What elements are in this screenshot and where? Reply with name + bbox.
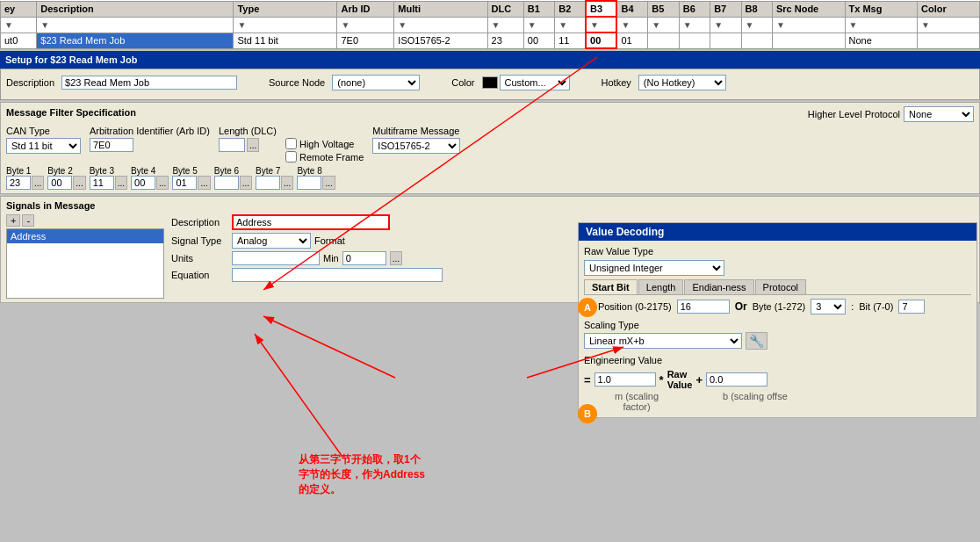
can-type-select[interactable]: Std 11 bit — [6, 138, 81, 154]
filter-b8[interactable]: ▼ — [741, 17, 772, 33]
byte7-label: Byte 7 — [256, 166, 280, 176]
hlp-select[interactable]: None — [904, 106, 974, 122]
col-txmsg: Tx Msg — [845, 1, 918, 17]
tab-endian-ness[interactable]: Endian-ness — [684, 279, 753, 294]
length-ellipsis-btn[interactable]: ... — [247, 138, 259, 152]
filter-b7[interactable]: ▼ — [710, 17, 741, 33]
byte4-input[interactable] — [131, 176, 155, 190]
plus-sign: + — [695, 373, 703, 387]
filter-b2[interactable]: ▼ — [555, 17, 586, 33]
byte2-ellipsis[interactable]: ... — [73, 176, 85, 190]
byte2-input[interactable] — [47, 176, 72, 190]
scaling-type-select[interactable]: Linear mX+b — [584, 333, 742, 349]
arb-id-input[interactable] — [90, 138, 133, 152]
filter-b1[interactable]: ▼ — [523, 17, 554, 33]
filter-b4[interactable]: ▼ — [616, 17, 647, 33]
filter-color[interactable]: ▼ — [918, 17, 980, 33]
col-type: Type — [234, 1, 337, 17]
filter-icon-b4: ▼ — [621, 20, 630, 30]
eq-m-label: m (scaling factor) — [602, 391, 672, 412]
byte5-ellipsis[interactable]: ... — [198, 176, 210, 190]
high-voltage-label[interactable]: High Voltage — [285, 138, 364, 149]
tab-length[interactable]: Length — [638, 279, 684, 294]
tab-protocol[interactable]: Protocol — [755, 279, 806, 294]
filter-icon-b2: ▼ — [558, 20, 567, 30]
color-select[interactable]: Custom... — [500, 75, 570, 90]
signal-desc-label: Description — [171, 217, 228, 228]
scaling-type-label: Scaling Type — [584, 320, 971, 330]
byte-select[interactable]: 3 — [811, 299, 846, 314]
byte1-input[interactable] — [6, 176, 31, 190]
description-input[interactable] — [61, 76, 237, 90]
byte8-label: Byte 8 — [297, 166, 321, 176]
raw-value-type-select[interactable]: Unsigned Integer — [584, 260, 724, 276]
filter-ey[interactable]: ▼ — [1, 17, 37, 33]
tab-start-bit[interactable]: Start Bit — [584, 279, 638, 294]
scaling-icon-btn[interactable]: 🔧 — [746, 332, 767, 350]
signal-type-select[interactable]: Analog — [232, 233, 311, 249]
remote-frame-label[interactable]: Remote Frame — [285, 151, 364, 163]
filter-icon-color: ▼ — [921, 20, 930, 30]
cell-dlc: 23 — [487, 33, 523, 48]
color-swatch — [482, 76, 498, 89]
byte8-ellipsis[interactable]: ... — [322, 176, 335, 190]
byte3-ellipsis[interactable]: ... — [115, 176, 127, 190]
col-ey: ey — [1, 1, 37, 17]
filter-icon-b3: ▼ — [590, 20, 599, 30]
signal-desc-input[interactable] — [232, 214, 390, 230]
eq-m-input[interactable] — [594, 372, 656, 387]
signal-list-item[interactable]: Address — [7, 229, 163, 243]
cell-srcnode — [772, 33, 845, 48]
byte6-ellipsis[interactable]: ... — [240, 176, 252, 190]
filter-b3[interactable]: ▼ — [586, 17, 616, 33]
filter-multi[interactable]: ▼ — [394, 17, 487, 33]
byte4-ellipsis[interactable]: ... — [156, 176, 169, 190]
bit-position-input[interactable] — [677, 300, 730, 314]
units-input[interactable] — [232, 251, 320, 265]
filter-b6[interactable]: ▼ — [679, 17, 710, 33]
byte6-label: Byte 6 — [214, 166, 239, 176]
filter-srcnode[interactable]: ▼ — [772, 17, 845, 33]
hotkey-label: Hotkey — [602, 77, 631, 88]
byte5-input[interactable] — [172, 176, 197, 190]
remove-signal-button[interactable]: - — [22, 214, 34, 227]
byte3-input[interactable] — [90, 176, 114, 190]
col-b8: B8 — [741, 1, 772, 17]
byte7-ellipsis[interactable]: ... — [281, 176, 293, 190]
eq-b-input[interactable] — [706, 372, 767, 387]
filter-txmsg[interactable]: ▼ — [845, 17, 918, 33]
table-row[interactable]: ut0 $23 Read Mem Job Std 11 bit 7E0 ISO1… — [1, 33, 980, 48]
high-voltage-checkbox[interactable] — [285, 138, 297, 149]
byte6-input[interactable] — [214, 176, 239, 190]
filter-icon-multi: ▼ — [398, 20, 407, 30]
length-input[interactable] — [219, 138, 245, 152]
min-input[interactable] — [342, 251, 386, 265]
byte7-input[interactable] — [256, 176, 280, 190]
equation-input[interactable] — [232, 268, 443, 282]
byte8-input[interactable] — [297, 176, 321, 190]
equation-label: Equation — [171, 270, 228, 280]
raw-value-type-label: Raw Value Type — [584, 246, 653, 257]
byte3-label: Byte 3 — [90, 166, 114, 176]
add-signal-button[interactable]: + — [6, 214, 20, 227]
filter-dlc[interactable]: ▼ — [487, 17, 523, 33]
hotkey-select[interactable]: (No Hotkey) — [638, 75, 726, 90]
value-decoding-panel: Value Decoding Raw Value Type Unsigned I… — [578, 222, 977, 418]
annotation-text: 从第三字节开始取，取1个字节的长度，作为Address的定义。 — [299, 452, 425, 496]
multiframe-select[interactable]: ISO15765-2 — [372, 138, 460, 154]
filter-type[interactable]: ▼ — [234, 17, 337, 33]
byte1-ellipsis[interactable]: ... — [32, 176, 44, 190]
filter-arbid[interactable]: ▼ — [337, 17, 394, 33]
source-node-select[interactable]: (none) — [332, 75, 420, 90]
cell-b6 — [679, 33, 710, 48]
min-ellipsis[interactable]: ... — [390, 251, 402, 265]
remote-frame-checkbox[interactable] — [285, 151, 297, 163]
bit70-label: Bit (7-0) — [859, 301, 893, 312]
filter-icon-b8: ▼ — [746, 20, 754, 30]
filter-b5[interactable]: ▼ — [648, 17, 679, 33]
cell-b7 — [710, 33, 741, 48]
filter-description[interactable]: ▼ — [37, 17, 234, 33]
col-b4: B4 — [616, 1, 647, 17]
bit70-input[interactable] — [898, 300, 925, 314]
hlp-label: Higher Level Protocol — [808, 109, 900, 119]
